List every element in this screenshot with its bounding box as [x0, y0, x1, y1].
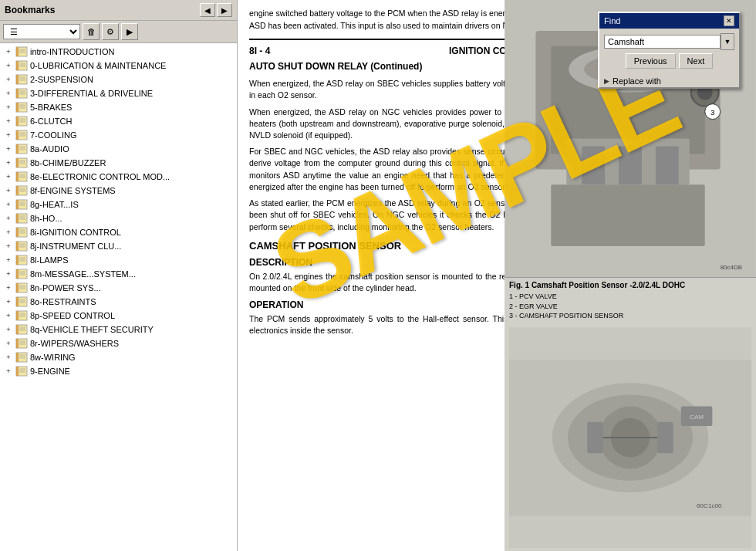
bookmark-item[interactable]: + 8j-INSTRUMENT CLU... [0, 239, 237, 253]
bookmark-item[interactable]: + 8o-RESTRAINTS [0, 295, 237, 309]
find-dropdown-button[interactable]: ▼ [721, 33, 734, 50]
main-content: Find ✕ ▼ Previous Next ▶ Replace with en… [238, 0, 756, 551]
bookmark-label: 8e-ELECTRONIC CONTROL MOD... [30, 172, 170, 181]
sidebar-nav-right-button[interactable]: ▶ [217, 3, 232, 17]
svg-rect-133 [619, 146, 642, 184]
diagram-bottom-image: CAM 60C1c00 [509, 327, 751, 548]
find-title-bar: Find ✕ [599, 13, 739, 29]
svg-rect-96 [16, 311, 19, 320]
bookmark-item[interactable]: + 7-COOLING [0, 128, 237, 142]
bookmark-label: 8o-RESTRAINTS [30, 297, 96, 306]
expand-icon: + [3, 269, 14, 279]
expand-icon: + [3, 352, 14, 363]
bookmark-item[interactable]: + 5-BRAKES [0, 100, 237, 114]
book-icon [15, 296, 28, 307]
bookmark-item[interactable]: + 8l-LAMPS [0, 253, 237, 267]
bookmark-item[interactable]: + 3-DIFFERENTIAL & DRIVELINE [0, 86, 237, 100]
bookmark-label: 2-SUSPENSION [30, 75, 93, 84]
bookmark-item[interactable]: + 8i-IGNITION CONTROL [0, 225, 237, 239]
svg-rect-116 [16, 367, 19, 376]
bookmark-item[interactable]: + 8b-CHIME/BUZZER [0, 156, 237, 170]
bookmark-item[interactable]: + 8a-AUDIO [0, 142, 237, 156]
book-icon [15, 157, 28, 168]
svg-rect-111 [16, 353, 19, 362]
bookmark-label: 8b-CHIME/BUZZER [30, 158, 106, 167]
expand-icon: + [3, 157, 14, 168]
svg-rect-132 [582, 146, 605, 184]
bookmark-label: 8m-MESSAGE...SYSTEM... [30, 269, 136, 279]
book-icon [15, 185, 28, 196]
bookmark-label: 8a-AUDIO [30, 144, 69, 154]
svg-rect-16 [16, 89, 19, 98]
book-icon [15, 144, 28, 154]
bookmark-item[interactable]: + 8m-MESSAGE...SYSTEM... [0, 267, 237, 281]
book-icon [15, 310, 28, 321]
fig1-label-1: 1 - PCV VALVE [509, 292, 751, 302]
sidebar-nav-left-button[interactable]: ◀ [200, 3, 215, 17]
svg-rect-106 [16, 339, 19, 348]
next-button[interactable]: Next [679, 53, 714, 69]
sidebar-header: Bookmarks ◀ ▶ [0, 0, 237, 21]
find-close-button[interactable]: ✕ [724, 15, 734, 26]
bookmark-label: 8h-HO... [30, 214, 62, 223]
expand-icon: + [3, 171, 14, 182]
book-icon [15, 199, 28, 210]
bookmark-label: 8l-LAMPS [30, 255, 69, 265]
bookmark-item[interactable]: + 8h-HO... [0, 211, 237, 225]
svg-rect-31 [16, 130, 19, 140]
sidebar-view-dropdown[interactable]: ☰ [3, 24, 80, 39]
bookmark-item[interactable]: + 9-ENGINE [0, 364, 237, 378]
expand-icon: + [3, 338, 14, 349]
svg-rect-61 [16, 214, 19, 223]
options-button[interactable]: ⚙ [102, 23, 119, 40]
fig1-label-2: 2 - EGR VALVE [509, 302, 751, 312]
book-icon [15, 366, 28, 377]
fig1-label-3: 3 - CAMSHAFT POSITION SENSOR [509, 311, 751, 321]
expand-icon: + [3, 366, 14, 377]
bookmark-item[interactable]: + 2-SUSPENSION [0, 73, 237, 86]
book-icon [15, 241, 28, 252]
expand-icon: + [3, 185, 14, 196]
expand-icon: + [3, 144, 14, 154]
svg-rect-46 [16, 172, 19, 181]
bookmark-label: 8f-ENGINE SYSTEMS [30, 186, 116, 195]
svg-rect-26 [16, 117, 19, 126]
book-icon [15, 60, 28, 71]
bookmark-item[interactable]: + 8g-HEAT...IS [0, 198, 237, 211]
bookmark-item[interactable]: + 8r-WIPERS/WASHERS [0, 336, 237, 350]
bookmark-label: 8j-INSTRUMENT CLU... [30, 242, 121, 251]
book-icon [15, 74, 28, 85]
svg-rect-71 [16, 242, 19, 251]
bookmark-item[interactable]: + 8q-VEHICLE THEFT SECURITY [0, 323, 237, 336]
expand-icon: + [3, 213, 14, 224]
bookmark-label: 8p-SPEED CONTROL [30, 311, 115, 320]
bookmark-item[interactable]: + 0-LUBRICATION & MAINTENANCE [0, 59, 237, 73]
sidebar-toolbar: ☰ 🗑 ⚙ ▶ [0, 21, 237, 43]
svg-text:80c4DB: 80c4DB [721, 264, 742, 271]
bookmark-item[interactable]: + intro-INTRODUCTION [0, 45, 237, 59]
fig1-caption: Fig. 1 Camshaft Position Sensor -2.0/2.4… [509, 281, 751, 289]
bookmark-item[interactable]: + 8p-SPEED CONTROL [0, 309, 237, 323]
bookmark-item[interactable]: + 8f-ENGINE SYSTEMS [0, 184, 237, 198]
bookmark-item[interactable]: + 8n-POWER SYS... [0, 281, 237, 295]
svg-rect-135 [551, 184, 704, 246]
find-input[interactable] [604, 35, 721, 49]
section-page-label: 8I - 4 [249, 45, 270, 58]
settings-button[interactable]: ▶ [121, 23, 138, 40]
bookmark-label: 6-CLUTCH [30, 117, 72, 126]
bookmark-item[interactable]: + 8e-ELECTRONIC CONTROL MOD... [0, 170, 237, 184]
find-dialog: Find ✕ ▼ Previous Next ▶ Replace with [598, 12, 741, 89]
expand-icon: + [3, 310, 14, 321]
delete-button[interactable]: 🗑 [83, 23, 100, 40]
previous-button[interactable]: Previous [626, 53, 676, 69]
bookmark-label: 8q-VEHICLE THEFT SECURITY [30, 325, 154, 334]
expand-icon: + [3, 255, 14, 265]
svg-text:60C1c00: 60C1c00 [697, 502, 722, 509]
bookmark-label: 7-COOLING [30, 130, 77, 140]
bookmark-label: intro-INTRODUCTION [30, 47, 114, 56]
bookmark-item[interactable]: + 8w-WIRING [0, 350, 237, 364]
bookmark-item[interactable]: + 6-CLUTCH [0, 114, 237, 128]
bookmark-label: 5-BRAKES [30, 103, 72, 112]
bookmark-label: 8g-HEAT...IS [30, 200, 79, 209]
svg-rect-76 [16, 255, 19, 265]
